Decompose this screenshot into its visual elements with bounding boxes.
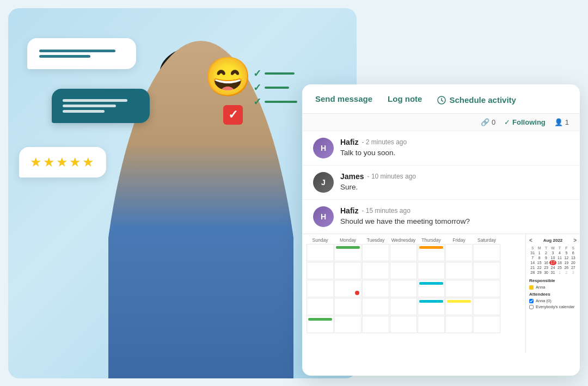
cal-cell[interactable]	[362, 262, 389, 279]
cal-cell[interactable]	[362, 244, 389, 261]
tab-send-message[interactable]: Send message	[315, 94, 372, 106]
cal-cell[interactable]	[473, 280, 500, 297]
mini-cal-day-next[interactable]: 3	[570, 270, 577, 275]
tab-log-note[interactable]: Log note	[388, 94, 422, 106]
cal-cell[interactable]	[390, 244, 417, 261]
cal-cell[interactable]	[362, 280, 389, 297]
mini-cal-day[interactable]: 18	[556, 260, 563, 265]
mini-cal-day[interactable]: 26	[563, 265, 569, 270]
cal-cell[interactable]	[390, 262, 417, 279]
mini-cal-day[interactable]: 12	[563, 255, 569, 260]
legend-responsible: Responsible Anna	[529, 278, 577, 290]
mini-cal-day[interactable]: 29	[536, 270, 542, 275]
following-item[interactable]: ✓ Following	[504, 118, 546, 126]
day-label-sun: Sunday	[307, 237, 334, 243]
cal-cell[interactable]	[418, 262, 445, 279]
prev-month-button[interactable]: <	[529, 237, 532, 243]
mini-cal-day[interactable]: 30	[543, 270, 549, 275]
cal-cell[interactable]	[307, 298, 334, 315]
message-content: Hafiz - 15 minutes ago Should we have th…	[340, 206, 569, 227]
responsible-label: Responsible	[529, 278, 577, 283]
cal-cell[interactable]	[445, 262, 473, 279]
mini-cal-day[interactable]: 20	[570, 260, 577, 265]
cal-cell[interactable]	[390, 316, 417, 333]
mini-cal-day[interactable]: 10	[549, 255, 556, 260]
tab-schedule-activity[interactable]: Schedule activity	[437, 95, 516, 105]
mini-cal-day[interactable]: 23	[543, 265, 549, 270]
mini-cal-day[interactable]: 7	[529, 255, 536, 260]
mini-cal-day[interactable]: 31	[529, 250, 536, 255]
calendar-event	[419, 282, 443, 285]
day-label-tue: Tuesday	[362, 237, 389, 243]
mini-cal-day[interactable]: 2	[543, 250, 549, 255]
cal-cell[interactable]	[445, 298, 473, 315]
chat-bubble-white	[27, 38, 136, 69]
cal-cell[interactable]	[307, 244, 334, 261]
mini-cal-day-next[interactable]: 1	[556, 270, 563, 275]
cal-cell[interactable]	[334, 316, 362, 333]
mini-cal-day[interactable]: 1	[536, 250, 542, 255]
next-month-button[interactable]: >	[573, 237, 577, 243]
cal-week	[307, 244, 521, 261]
cal-cell[interactable]	[307, 262, 334, 279]
cal-cell[interactable]	[390, 298, 417, 315]
cal-cell[interactable]	[390, 280, 417, 297]
cal-cell[interactable]	[473, 298, 500, 315]
cal-cell[interactable]	[473, 262, 500, 279]
clock-icon	[437, 96, 446, 105]
chat-line	[63, 99, 127, 102]
ui-card: Send message Log note Schedule activity …	[302, 84, 580, 376]
cal-cell[interactable]	[307, 280, 334, 297]
mini-day-header: T	[556, 246, 563, 250]
mini-cal-day[interactable]: 3	[549, 250, 556, 255]
cal-cell[interactable]	[445, 244, 473, 261]
mini-cal-day[interactable]: 4	[556, 250, 563, 255]
mini-cal-day[interactable]: 16	[543, 260, 549, 265]
cal-cell[interactable]	[362, 298, 389, 315]
cal-cell[interactable]	[418, 280, 445, 297]
day-label-sat: Saturday	[473, 237, 500, 243]
mini-cal-day[interactable]: 28	[529, 270, 536, 275]
attendee2-checkbox[interactable]	[529, 305, 534, 309]
cal-cell[interactable]	[445, 280, 473, 297]
cal-cell[interactable]	[334, 280, 362, 297]
attendee1-checkbox[interactable]	[529, 299, 534, 303]
cal-cell[interactable]	[418, 244, 445, 261]
cal-cell[interactable]	[445, 316, 473, 333]
cal-cell[interactable]	[334, 244, 362, 261]
mini-cal-day[interactable]: 14	[529, 260, 536, 265]
cal-cell[interactable]	[334, 262, 362, 279]
message-sender: Hafiz	[340, 206, 358, 215]
mini-cal-day[interactable]: 11	[556, 255, 563, 260]
mini-cal-day[interactable]: 24	[549, 265, 556, 270]
calendar-grid	[307, 244, 521, 333]
mini-cal-day[interactable]: 25	[556, 265, 563, 270]
mini-cal-day[interactable]: 19	[563, 260, 569, 265]
cal-cell[interactable]	[418, 316, 445, 333]
mini-cal-day[interactable]: 21	[529, 265, 536, 270]
mini-cal-day[interactable]: 8	[536, 255, 542, 260]
cal-cell[interactable]	[362, 316, 389, 333]
calendar-event	[308, 318, 332, 321]
mini-cal-day[interactable]: 6	[570, 250, 577, 255]
mini-cal-day[interactable]: 9	[543, 255, 549, 260]
cal-cell[interactable]	[418, 298, 445, 315]
checklist-item: ✓	[253, 68, 297, 79]
mini-cal-day[interactable]: 13	[570, 255, 577, 260]
mini-cal-day[interactable]: 5	[563, 250, 569, 255]
mini-cal-day-next[interactable]: 2	[563, 270, 569, 275]
mini-cal-day[interactable]: 31	[549, 270, 556, 275]
cal-cell[interactable]	[307, 316, 334, 333]
mini-cal-day-today[interactable]: 17	[549, 260, 556, 265]
cal-cell[interactable]	[473, 316, 500, 333]
cal-cell[interactable]	[334, 298, 362, 315]
following-label: Following	[512, 118, 546, 126]
cal-cell[interactable]	[473, 244, 500, 261]
members-item[interactable]: 👤 1	[554, 118, 569, 126]
legend-dot-anna	[529, 285, 534, 290]
mini-cal-day[interactable]: 27	[570, 265, 577, 270]
mini-cal-day[interactable]: 15	[536, 260, 542, 265]
day-label-fri: Friday	[445, 237, 473, 243]
mini-cal-day[interactable]: 22	[536, 265, 542, 270]
message-text: Sure.	[340, 182, 569, 193]
